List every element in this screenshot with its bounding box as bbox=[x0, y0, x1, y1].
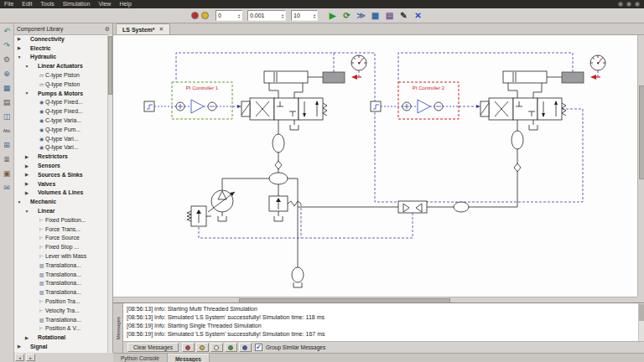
message-filter-button[interactable] bbox=[196, 343, 209, 352]
tree-item[interactable]: ▼ Linear Actuators bbox=[14, 61, 107, 70]
message-filter-button[interactable] bbox=[239, 343, 252, 352]
toolbar-icon-button[interactable]: ⟳ bbox=[340, 10, 353, 22]
side-toolbar-icon[interactable]: ≣ bbox=[3, 155, 10, 163]
pi-controller-1[interactable]: PI Controller 1 bbox=[144, 82, 242, 119]
relief-valve[interactable] bbox=[269, 196, 301, 211]
menu-item[interactable]: View bbox=[94, 0, 115, 8]
pi-controller-2[interactable]: PI Controller 2 bbox=[371, 82, 480, 119]
canvas-horizontal-scrollbar[interactable] bbox=[113, 297, 637, 303]
model-canvas[interactable]: .k{stroke:#222;fill:none;stroke-width:0.… bbox=[113, 35, 644, 303]
expand-arrow-icon[interactable]: ▼ bbox=[16, 199, 23, 204]
tree-item[interactable]: ◉ Q-type Vari... bbox=[14, 134, 107, 143]
schematic[interactable]: .k{stroke:#222;fill:none;stroke-width:0.… bbox=[113, 35, 637, 297]
expand-arrow-icon[interactable]: ▶ bbox=[23, 335, 30, 340]
toolbar-icon-button[interactable]: ≫ bbox=[355, 10, 367, 22]
force-arrow-1[interactable] bbox=[351, 75, 361, 80]
tree-item[interactable]: ▥ Translationa... bbox=[14, 270, 107, 279]
toolbar-icon-button[interactable]: ✕ bbox=[412, 10, 424, 22]
variable-pump[interactable] bbox=[208, 190, 235, 212]
spin-down-icon[interactable]: ▾ bbox=[282, 16, 283, 18]
clear-messages-button[interactable]: Clear Messages bbox=[127, 343, 179, 352]
spinner-arrows[interactable]: ▴ ▾ bbox=[238, 13, 240, 18]
mass-1[interactable] bbox=[323, 72, 345, 83]
tree-item[interactable]: ▶ Sensors bbox=[14, 161, 107, 170]
message-filter-button[interactable] bbox=[210, 343, 223, 352]
toolbar-icon-button[interactable]: ▦ bbox=[369, 10, 382, 22]
tree-item[interactable]: ◉ Q-type Vari... bbox=[14, 143, 107, 153]
tree-item[interactable]: ▶ Valves bbox=[14, 179, 107, 189]
expand-arrow-icon[interactable]: ▶ bbox=[16, 36, 23, 41]
mass-2[interactable] bbox=[562, 72, 584, 83]
spinner-arrows[interactable]: ▴ ▾ bbox=[282, 13, 283, 18]
junction-volume[interactable] bbox=[269, 173, 288, 184]
record-button[interactable] bbox=[191, 12, 199, 19]
group-messages-checkbox[interactable]: ✓ bbox=[255, 344, 262, 351]
menu-item[interactable]: Help bbox=[115, 0, 135, 8]
flow-sensor-2[interactable] bbox=[514, 163, 521, 172]
tree-item[interactable]: ⊢ Velocity Tra... bbox=[14, 306, 107, 315]
pressure-compensator[interactable] bbox=[187, 206, 206, 226]
scroll-left-button[interactable]: ◂ bbox=[15, 354, 24, 361]
menu-item[interactable]: File bbox=[0, 0, 18, 8]
library-options-icon[interactable]: ⚙ bbox=[105, 26, 110, 33]
minimize-button[interactable] bbox=[618, 2, 623, 7]
tree-item[interactable]: ⊢ Lever with Mass bbox=[14, 251, 107, 261]
tree-item[interactable]: ▶ Sources & Sinks bbox=[14, 170, 107, 179]
time-field[interactable]: 10 ▴ ▾ bbox=[291, 10, 318, 21]
tree-item[interactable]: ▭ C-type Piston bbox=[14, 70, 107, 80]
record-button[interactable] bbox=[201, 12, 209, 19]
tree-item[interactable]: ⊢ Fixed Stop ... bbox=[14, 242, 107, 251]
time-field[interactable]: 0.001 ▴ ▾ bbox=[247, 10, 286, 21]
menu-item[interactable]: Simulation bbox=[59, 0, 95, 8]
volume-1[interactable] bbox=[273, 134, 284, 153]
time-field[interactable]: 0 ▴ ▾ bbox=[216, 10, 242, 21]
scrollbar-thumb[interactable] bbox=[639, 85, 644, 179]
tree-item[interactable]: ▼ Linear bbox=[14, 206, 107, 215]
side-toolbar-icon[interactable]: ⚙ bbox=[3, 55, 10, 64]
tree-item[interactable]: ◉ Q-type Fixed... bbox=[14, 106, 107, 116]
side-toolbar-icon[interactable]: ◫ bbox=[3, 112, 11, 121]
spinner-arrows[interactable]: ▴ ▾ bbox=[314, 13, 315, 18]
maximize-button[interactable] bbox=[626, 2, 631, 7]
tree-item[interactable]: ▶ Electric bbox=[14, 44, 107, 53]
tree-item[interactable]: ▥ Translationa... bbox=[14, 261, 107, 270]
tree-item[interactable]: ▥ Translationa... bbox=[14, 287, 107, 297]
side-toolbar-icon[interactable]: ⊞ bbox=[3, 141, 10, 149]
message-filter-button[interactable] bbox=[182, 343, 195, 352]
tree-item[interactable]: ▥ Translationa... bbox=[14, 279, 107, 288]
expand-arrow-icon[interactable]: ▶ bbox=[23, 154, 30, 159]
side-toolbar-icon[interactable]: ▦ bbox=[3, 84, 11, 92]
canvas-vertical-scrollbar[interactable] bbox=[637, 35, 644, 297]
tree-item[interactable]: ◉ Q-type Fixed... bbox=[14, 98, 107, 107]
tree-item[interactable]: ▼ Hydraulic bbox=[14, 53, 107, 62]
tree-item[interactable]: ◉ C-type Varia... bbox=[14, 116, 107, 125]
toolbar-icon-button[interactable]: ▤ bbox=[383, 10, 396, 22]
expand-arrow-icon[interactable]: ▶ bbox=[16, 45, 23, 50]
library-scrollbar[interactable] bbox=[107, 34, 112, 353]
expand-arrow-icon[interactable]: ▶ bbox=[23, 172, 30, 177]
messages-scrollbar[interactable] bbox=[638, 303, 644, 341]
bottom-panel-tab[interactable]: Python Console bbox=[113, 354, 168, 362]
bottom-panel-tab[interactable]: Messages bbox=[168, 354, 210, 362]
gauge-1[interactable] bbox=[351, 55, 366, 70]
tree-item[interactable]: ▶ Volumes & Lines bbox=[14, 189, 107, 198]
spin-down-icon[interactable]: ▾ bbox=[314, 16, 315, 18]
volume-3[interactable] bbox=[454, 202, 469, 212]
tree-item[interactable]: ⊢ Force Source bbox=[14, 234, 107, 243]
tab-close-icon[interactable]: ✕ bbox=[159, 26, 164, 33]
directional-valve-2[interactable] bbox=[480, 98, 566, 120]
tree-item[interactable]: ⊢ Position Tra... bbox=[14, 297, 107, 306]
side-toolbar-icon[interactable]: ↷ bbox=[3, 41, 10, 49]
menu-item[interactable]: Edit bbox=[18, 0, 36, 8]
tree-item[interactable]: ▶ Connectivity bbox=[14, 34, 107, 44]
expand-arrow-icon[interactable]: ▶ bbox=[23, 190, 30, 195]
scroll-right-button[interactable]: ▸ bbox=[26, 354, 35, 361]
side-toolbar-icon[interactable]: ✉ bbox=[3, 184, 10, 192]
tree-item[interactable]: ⊢ Fixed Position... bbox=[14, 215, 107, 225]
force-arrow-2[interactable] bbox=[590, 75, 600, 80]
side-toolbar-icon[interactable]: ▤ bbox=[3, 98, 11, 106]
scrollbar-thumb[interactable] bbox=[108, 36, 112, 95]
scrollbar-thumb[interactable] bbox=[639, 304, 644, 321]
tree-item[interactable]: ⊢ Position & V... bbox=[14, 324, 107, 334]
expand-arrow-icon[interactable]: ▼ bbox=[23, 64, 30, 69]
